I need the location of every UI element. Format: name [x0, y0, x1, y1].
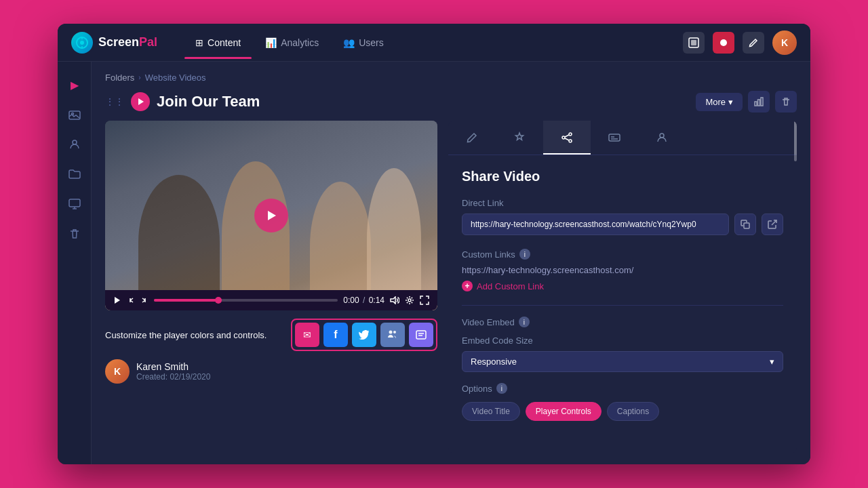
sidebar-item-trash[interactable]: [62, 222, 87, 246]
nav-tab-users[interactable]: 👥 Users: [332, 32, 395, 54]
drag-handle-icon[interactable]: ⋮⋮: [105, 96, 124, 107]
video-embed-row: Video Embed i: [462, 317, 783, 327]
svg-point-6: [720, 39, 727, 46]
sidebar-item-folder[interactable]: [62, 162, 87, 186]
progress-fill: [154, 299, 218, 302]
created-date: 02/19/2020: [170, 372, 210, 382]
progress-dot: [215, 297, 222, 304]
svg-marker-11: [138, 98, 144, 105]
sidebar-item-screen[interactable]: [62, 192, 87, 216]
video-play-overlay[interactable]: [254, 199, 288, 232]
breadcrumb-current: Website Videos: [145, 73, 206, 83]
video-container: 0:00 / 0:14: [105, 121, 437, 310]
panel-tab-effects[interactable]: [496, 121, 543, 155]
option-player-controls-label: Player Controls: [536, 407, 591, 416]
add-custom-link-label: Add Custom Link: [477, 281, 544, 291]
user-avatar-nav[interactable]: K: [772, 30, 797, 55]
delete-icon-btn[interactable]: [775, 91, 797, 113]
edit-btn[interactable]: [743, 32, 764, 54]
video-embed-info-icon[interactable]: i: [519, 317, 530, 327]
options-buttons: Video Title Player Controls Captions: [462, 402, 783, 421]
embed-size-value: Responsive: [471, 357, 517, 367]
nav-tab-users-label: Users: [359, 37, 384, 48]
nav-tab-analytics[interactable]: 📊 Analytics: [254, 32, 330, 54]
record-btn[interactable]: [713, 32, 734, 54]
custom-links-label: Custom Links: [462, 249, 515, 260]
volume-button[interactable]: [390, 296, 399, 304]
more-chevron-icon: ▾: [728, 97, 733, 107]
more-button[interactable]: More ▾: [696, 93, 743, 111]
copy-link-btn[interactable]: [734, 214, 756, 235]
option-video-title-btn[interactable]: Video Title: [462, 402, 520, 421]
svg-line-26: [565, 138, 569, 140]
svg-rect-5: [691, 40, 696, 45]
open-link-btn[interactable]: [762, 214, 783, 235]
left-sidebar: ▶: [58, 62, 92, 464]
options-row: Options i: [462, 383, 783, 394]
option-video-title-label: Video Title: [472, 407, 510, 416]
add-icon: +: [462, 281, 473, 291]
option-player-controls-btn[interactable]: Player Controls: [526, 402, 601, 421]
customize-suffix: the player colors and controls.: [149, 330, 267, 340]
share-email-btn[interactable]: ✉: [295, 323, 319, 347]
svg-marker-17: [391, 297, 395, 304]
settings-button[interactable]: [405, 296, 414, 305]
panel-tab-captions[interactable]: [591, 121, 638, 155]
panel-scrollbar[interactable]: [794, 121, 797, 155]
analytics-tab-icon: 📊: [265, 37, 277, 48]
panel-tab-edit[interactable]: [448, 121, 496, 155]
embed-size-chevron-icon: ▾: [770, 357, 774, 367]
direct-link-url: https://hary-technology.screencasthost.c…: [462, 214, 729, 235]
play-pause-button[interactable]: [113, 296, 121, 304]
forward-button[interactable]: [140, 296, 149, 304]
panel-tab-access[interactable]: [638, 121, 686, 155]
options-info-icon[interactable]: i: [496, 383, 507, 394]
share-row: Customize the player colors and controls…: [105, 319, 437, 351]
creator-date: Created: 02/19/2020: [136, 372, 210, 382]
nav-right: K: [683, 30, 797, 55]
share-twitter-btn[interactable]: [352, 323, 376, 347]
embed-size-select[interactable]: Responsive ▾: [462, 351, 783, 372]
custom-links-info-icon[interactable]: i: [519, 249, 530, 260]
logo-pal: Pal: [139, 35, 157, 49]
page-content: Folders › Website Videos ⋮⋮ Join Our Tea…: [92, 62, 810, 464]
progress-bar[interactable]: [154, 299, 338, 302]
logo-screen: Screen: [98, 35, 139, 49]
created-label: Created:: [136, 372, 167, 382]
svg-point-23: [562, 136, 565, 139]
panel-tab-share[interactable]: [543, 121, 591, 155]
analytics-icon-btn[interactable]: [748, 91, 770, 113]
video-thumbnail-icon: [131, 92, 150, 111]
page-header: Folders › Website Videos ⋮⋮ Join Our Tea…: [92, 62, 810, 121]
svg-point-22: [569, 133, 572, 136]
breadcrumb: Folders › Website Videos: [105, 73, 797, 83]
current-time: 0:00: [343, 296, 359, 305]
video-footer: K Karen Smith Created: 02/19/2020: [105, 359, 437, 384]
customize-highlight: Customize: [105, 330, 146, 340]
nav-tab-content[interactable]: ⊞ Content: [184, 32, 252, 54]
nav-tab-analytics-label: Analytics: [281, 37, 319, 48]
svg-rect-27: [609, 134, 620, 141]
logo-icon: [71, 32, 93, 54]
option-captions-label: Captions: [617, 407, 649, 416]
add-custom-link-btn[interactable]: + Add Custom Link: [462, 281, 783, 291]
share-teams1-btn[interactable]: [380, 323, 405, 347]
more-button-label: More: [705, 97, 726, 107]
video-section: 0:00 / 0:14: [105, 121, 437, 453]
capture-btn[interactable]: [683, 32, 705, 54]
option-captions-btn[interactable]: Captions: [607, 402, 659, 421]
breadcrumb-folders[interactable]: Folders: [105, 73, 134, 83]
fullscreen-button[interactable]: [420, 296, 429, 305]
rewind-button[interactable]: [127, 296, 135, 304]
svg-rect-14: [761, 98, 763, 106]
logo-area: ScreenPal: [71, 32, 157, 54]
options-label: Options: [462, 384, 492, 394]
sidebar-item-play[interactable]: ▶: [62, 73, 87, 97]
share-facebook-btn[interactable]: f: [323, 323, 348, 347]
page-title: Join Our Team: [157, 93, 260, 110]
custom-link-url: https://hary-technology.screencasthost.c…: [462, 265, 783, 275]
share-teams2-btn[interactable]: [409, 323, 433, 347]
panel-body: Share Video Direct Link https://hary-tec…: [448, 155, 797, 453]
sidebar-item-user[interactable]: [62, 132, 87, 157]
sidebar-item-image[interactable]: [62, 102, 87, 127]
